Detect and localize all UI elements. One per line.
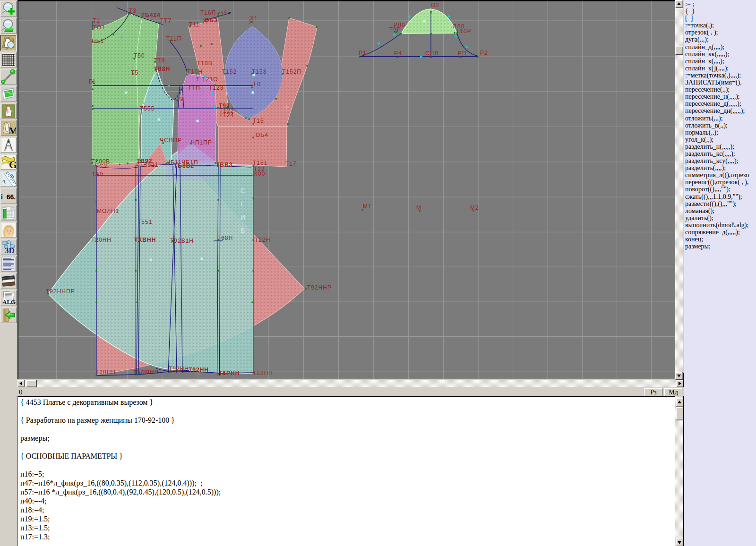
svg-text:М: М: [416, 205, 421, 211]
svg-text:ТВВЗ: ТВВЗ: [216, 162, 233, 168]
svg-text:Т151: Т151: [253, 160, 267, 166]
svg-text:Т153: Т153: [252, 68, 266, 75]
svg-text:СПЛ: СПЛ: [425, 50, 438, 57]
svg-text:3D: 3D: [5, 246, 15, 255]
svg-text:Т10Н: Т10Н: [187, 68, 203, 75]
svg-text:Т9: Т9: [176, 96, 184, 102]
svg-text:ТВ921: ТВ921: [139, 162, 158, 168]
svg-text:Г1П: Г1П: [189, 85, 200, 92]
svg-text:Т152П: Т152П: [282, 68, 301, 75]
svg-text:G: G: [9, 159, 16, 170]
svg-text:Т124: Т124: [219, 112, 234, 119]
svg-text:Т22НН: Т22НН: [253, 370, 273, 376]
svg-text:ПБ1: ПБ1: [92, 38, 104, 44]
svg-text:Г: Г: [241, 200, 244, 208]
svg-text:Т5: Т5: [131, 69, 138, 76]
svg-text:О2: О2: [431, 2, 439, 9]
svg-text:Т20НН: Т20НН: [91, 237, 112, 243]
svg-text:ТВ8Н: ТВ8Н: [154, 66, 170, 72]
svg-text:М2: М2: [470, 205, 479, 211]
svg-text:Т1: Т1: [93, 17, 100, 24]
svg-text:Х00: Х00: [254, 171, 265, 177]
svg-text:Т10В: Т10В: [197, 60, 213, 67]
svg-text:Х1: Х1: [250, 15, 258, 22]
svg-text:Т92ННР: Т92ННР: [307, 284, 332, 291]
svg-text:Р1: Р1: [359, 50, 367, 56]
svg-text:РП: РП: [458, 50, 467, 57]
svg-text:Т Т21О: Т Т21О: [196, 76, 218, 83]
svg-text:Т92В1Н: Т92В1Н: [170, 238, 194, 244]
svg-text:Т152: Т152: [222, 68, 237, 75]
svg-text:Т6РНН: Т6РНН: [219, 370, 240, 376]
svg-text:ТТ7: ТТ7: [160, 17, 172, 24]
svg-text:Т11П: Т11П: [166, 35, 181, 42]
svg-text:Т20НН: Т20НН: [95, 369, 116, 375]
svg-text:М1: М1: [363, 203, 372, 210]
svg-text:Т68Н: Т68Н: [217, 235, 233, 241]
svg-text:МОЛН1: МОЛН1: [97, 208, 119, 214]
svg-text:M: M: [9, 125, 16, 136]
svg-text:ALG: ALG: [2, 299, 16, 306]
svg-text:i_66.: i_66.: [1, 193, 16, 201]
svg-text:Т15: Т15: [253, 118, 264, 124]
svg-text:Р4: Р4: [394, 50, 402, 57]
svg-text:ТБ8В2: ТБ8В2: [174, 162, 194, 169]
svg-text:ОБ3: ОБ3: [205, 17, 218, 24]
svg-text:ТХВНН: ТХВНН: [134, 237, 156, 243]
svg-text:Т92ННПР: Т92ННПР: [46, 288, 75, 295]
svg-text:Т11: Т11: [189, 21, 200, 28]
svg-text:Г1: Г1: [89, 78, 96, 85]
svg-text:ЧП1ПР: ЧП1ПР: [191, 139, 212, 146]
svg-text:И: И: [241, 213, 245, 221]
svg-text:Т5ЛВНН: Т5ЛВНН: [133, 369, 159, 375]
svg-text:Т551: Т551: [137, 219, 152, 225]
svg-text:Б: Б: [241, 227, 245, 234]
svg-text:ТТ8: ТТ8: [154, 57, 165, 64]
svg-text:ЧС2: ЧС2: [95, 163, 107, 170]
svg-text:ОБ4: ОБ4: [256, 132, 268, 138]
svg-text:Т555: Т555: [140, 105, 155, 112]
svg-text:Т123: Т123: [209, 85, 223, 91]
svg-text:ЧСППР: ЧСППР: [160, 137, 182, 144]
svg-text:Т22Н: Т22Н: [255, 237, 270, 243]
svg-text:ТА0: ТА0: [92, 171, 103, 178]
svg-text:Т3: Т3: [129, 8, 137, 14]
svg-text:Т92НН: Т92НН: [189, 367, 209, 373]
svg-text:ТБ424: ТБ424: [141, 12, 161, 18]
svg-text:Т10Р: Т10Р: [456, 28, 472, 34]
svg-text:Р2: Р2: [480, 50, 488, 56]
svg-text:Т16П: Т16П: [200, 9, 216, 16]
svg-text:С: С: [241, 187, 245, 195]
svg-text:Т9Р: Т9Р: [389, 26, 401, 33]
svg-text:Т50: Т50: [134, 52, 145, 59]
svg-text:Г0: Г0: [254, 81, 261, 87]
svg-text:Т92НН: Т92НН: [169, 366, 189, 372]
svg-text:ТО1: ТО1: [93, 24, 105, 31]
svg-text:Т17: Т17: [285, 161, 297, 167]
